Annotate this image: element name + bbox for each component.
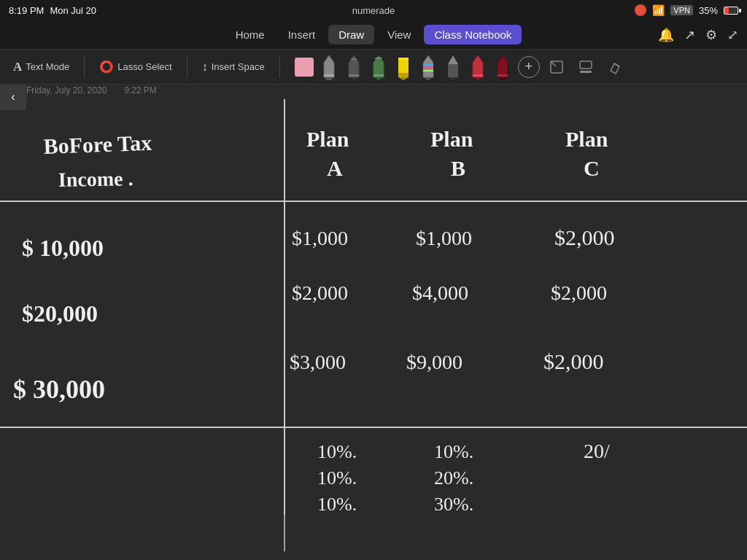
add-tool-button[interactable]: + — [518, 56, 540, 78]
svg-rect-11 — [398, 58, 409, 74]
yellow-highlighter-icon — [395, 54, 411, 80]
menu-right-icons: 🔔 ↗ ⚙ ⤢ — [658, 27, 738, 43]
svg-text:Plan: Plan — [565, 127, 608, 151]
svg-marker-26 — [498, 55, 508, 77]
text-mode-button[interactable]: A Text Mode — [6, 56, 77, 78]
gear-icon[interactable]: ⚙ — [705, 27, 717, 43]
eraser-icon — [607, 59, 623, 75]
eraser-button[interactable] — [603, 55, 627, 79]
svg-text:20%.: 20%. — [434, 467, 473, 489]
svg-line-30 — [551, 61, 556, 66]
dark-pen-tool[interactable] — [343, 54, 365, 80]
red-pen-tool[interactable] — [467, 54, 489, 80]
svg-marker-20 — [448, 55, 458, 64]
dark-red-pen-icon — [495, 54, 511, 80]
svg-text:$2,000: $2,000 — [292, 281, 348, 304]
app-name: numerade — [352, 5, 395, 16]
svg-rect-2 — [324, 74, 334, 77]
svg-text:C: C — [584, 156, 600, 180]
dark-triangle-pen-icon — [445, 54, 461, 80]
svg-rect-21 — [448, 64, 458, 77]
text-mode-icon: A — [13, 60, 22, 74]
svg-text:10%.: 10%. — [317, 441, 357, 462]
lasso-select-label: Lasso Select — [117, 61, 171, 72]
svg-marker-0 — [324, 55, 334, 77]
rainbow-pen-tool[interactable] — [417, 54, 439, 80]
pink-swatch-tool[interactable] — [293, 54, 315, 80]
dark-red-pen-tool[interactable] — [492, 54, 514, 80]
svg-text:BoFore Tax: BoFore Tax — [43, 131, 152, 158]
svg-text:$2,000: $2,000 — [551, 281, 607, 304]
selection-icon — [578, 59, 594, 75]
svg-text:$20,000: $20,000 — [22, 300, 98, 327]
toolbar: A Text Mode ⭕ Lasso Select ↕ Insert Spac… — [0, 50, 747, 85]
insert-space-label: Insert Space — [212, 61, 265, 72]
svg-text:$ 10,000: $ 10,000 — [22, 235, 104, 261]
svg-rect-28 — [498, 74, 508, 77]
green-pen-tool[interactable] — [368, 54, 390, 80]
svg-text:B: B — [451, 156, 465, 180]
svg-rect-32 — [580, 71, 592, 73]
share-icon[interactable]: ↗ — [684, 27, 695, 43]
svg-text:$1,000: $1,000 — [292, 227, 348, 249]
menu-insert[interactable]: Insert — [278, 25, 326, 44]
svg-marker-4 — [349, 77, 359, 80]
shape-select-icon — [549, 59, 565, 75]
menu-class-notebook[interactable]: Class Notebook — [424, 25, 522, 44]
svg-rect-5 — [349, 74, 359, 77]
yellow-highlighter-tool[interactable] — [392, 54, 414, 80]
svg-text:10%.: 10%. — [317, 494, 357, 515]
svg-rect-25 — [473, 74, 483, 77]
lasso-icon: ⭕ — [99, 60, 114, 74]
wifi-icon: 📶 — [652, 4, 665, 16]
vpn-label: VPN — [670, 5, 693, 15]
svg-text:A: A — [327, 156, 343, 180]
canvas-area: BoFore Tax Income . Plan A Plan B Plan C… — [0, 85, 747, 560]
svg-marker-24 — [473, 77, 483, 80]
drawing-tools — [293, 54, 514, 80]
svg-rect-31 — [580, 61, 592, 69]
bell-icon[interactable]: 🔔 — [658, 27, 674, 43]
date-bar: Friday, July 20, 2020 9:22 PM — [26, 85, 157, 96]
svg-rect-12 — [398, 73, 409, 77]
svg-text:Plan: Plan — [430, 127, 473, 151]
arrows-icon[interactable]: ⤢ — [727, 27, 738, 43]
svg-rect-9 — [374, 74, 384, 77]
svg-marker-8 — [374, 77, 384, 80]
svg-text:20/: 20/ — [584, 440, 610, 462]
dark-triangle-pen-tool[interactable] — [442, 54, 464, 80]
gray-pen-icon — [321, 54, 337, 80]
lasso-select-button[interactable]: ⭕ Lasso Select — [92, 56, 179, 77]
svg-rect-6 — [351, 58, 357, 60]
selection-button[interactable] — [573, 55, 598, 79]
svg-text:$4,000: $4,000 — [412, 281, 468, 304]
menu-home[interactable]: Home — [225, 25, 275, 44]
divider-1 — [84, 56, 85, 78]
svg-text:$1,000: $1,000 — [416, 227, 472, 249]
svg-marker-27 — [498, 77, 508, 80]
back-chevron-icon: ‹ — [11, 90, 15, 104]
svg-marker-15 — [423, 55, 433, 77]
insert-space-button[interactable]: ↕ Insert Space — [195, 57, 272, 77]
pink-color-swatch — [295, 58, 314, 77]
svg-marker-22 — [448, 77, 458, 80]
shape-select-button[interactable] — [544, 55, 569, 79]
red-pen-icon — [470, 54, 486, 80]
svg-rect-14 — [398, 58, 409, 60]
insert-space-icon: ↕ — [202, 61, 208, 74]
gray-pen-tool[interactable] — [318, 54, 340, 80]
recording-dot — [635, 4, 646, 16]
menu-view[interactable]: View — [377, 25, 421, 44]
back-button[interactable]: ‹ — [0, 84, 26, 110]
svg-text:$2,000: $2,000 — [554, 225, 615, 249]
dark-pen-icon — [346, 54, 362, 80]
status-bar: 8:19 PM Mon Jul 20 numerade 📶 VPN 35% — [0, 0, 747, 20]
rainbow-pen-icon — [420, 54, 436, 80]
plus-icon: + — [525, 59, 533, 74]
svg-marker-19 — [423, 77, 433, 80]
menu-draw[interactable]: Draw — [328, 25, 374, 44]
handwriting-canvas: BoFore Tax Income . Plan A Plan B Plan C… — [0, 85, 747, 560]
svg-text:10%.: 10%. — [317, 467, 357, 489]
svg-text:30%.: 30%. — [434, 494, 473, 515]
svg-text:$2,000: $2,000 — [543, 349, 604, 373]
